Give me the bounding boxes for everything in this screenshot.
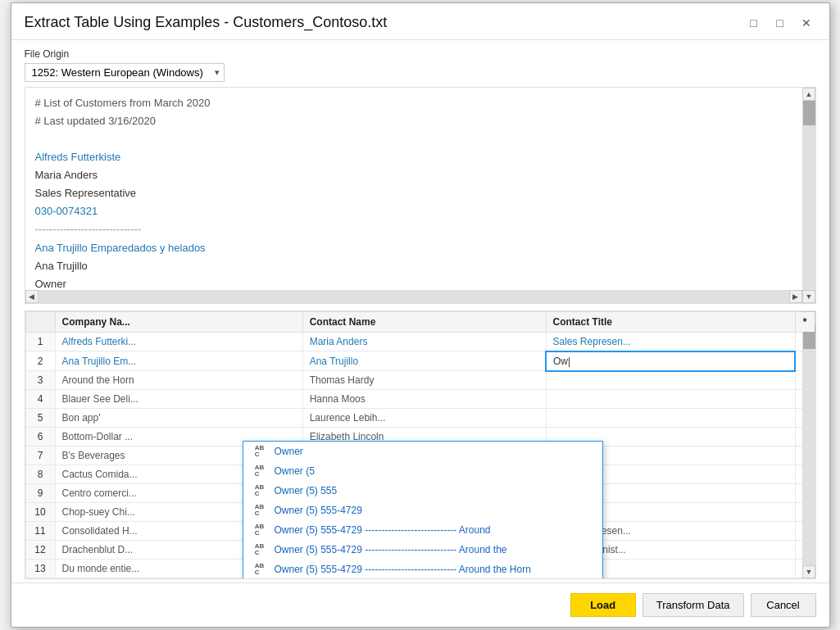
abc-icon: AB C xyxy=(250,543,270,556)
company-cell[interactable]: Bon app' xyxy=(55,409,302,428)
row-number: 9 xyxy=(25,484,55,503)
row-number: 5 xyxy=(25,409,55,428)
company-cell[interactable]: Blauer See Deli... xyxy=(55,390,302,409)
contact-cell[interactable]: Ana Trujillo xyxy=(302,351,546,371)
col-header-contact[interactable]: Contact Name xyxy=(302,311,546,332)
contact-cell[interactable]: Laurence Lebih... xyxy=(302,409,546,428)
contact-cell[interactable]: Maria Anders xyxy=(302,332,546,351)
row-number: 2 xyxy=(25,351,55,371)
table-row: 4Blauer See Deli...Hanna Moos xyxy=(25,390,815,409)
preview-scrollbar-vertical[interactable]: ▲ ▼ xyxy=(802,88,815,303)
col-header-star: * xyxy=(795,311,815,332)
row-number: 13 xyxy=(25,560,55,578)
table-scroll-track-v[interactable] xyxy=(803,324,815,566)
dropdown-item[interactable]: AB COwner (5) 555-4729 -----------------… xyxy=(243,560,602,579)
preview-company-1: Alfreds Futterkiste xyxy=(35,148,792,166)
dropdown-item[interactable]: AB COwner xyxy=(243,442,602,461)
row-number: 10 xyxy=(25,503,55,522)
preview-content[interactable]: # List of Customers from March 2020 # La… xyxy=(25,88,802,303)
scroll-right-arrow[interactable]: ▶ xyxy=(789,290,802,303)
contact-cell[interactable]: Thomas Hardy xyxy=(302,371,546,390)
row-number: 12 xyxy=(25,541,55,560)
row-number: 1 xyxy=(25,332,55,351)
scroll-left-arrow[interactable]: ◀ xyxy=(25,290,39,303)
table-scroll-down[interactable]: ▼ xyxy=(802,565,815,578)
scroll-track-h[interactable] xyxy=(39,291,789,303)
table-row: 5Bon app'Laurence Lebih... xyxy=(25,409,815,428)
dropdown-item-label: Owner (5) 555-4729 xyxy=(275,505,362,516)
transform-data-button[interactable]: Transform Data xyxy=(642,593,744,617)
content-area: File Origin 1252: Western European (Wind… xyxy=(11,40,829,628)
title-cell[interactable]: Ow| xyxy=(546,351,795,371)
preview-section: # List of Customers from March 2020 # La… xyxy=(25,87,816,304)
footer-section: Load Transform Data Cancel xyxy=(11,582,829,627)
preview-blank-1 xyxy=(35,130,792,148)
row-number: 7 xyxy=(25,446,55,465)
abc-icon: AB C xyxy=(250,504,270,517)
dropdown-item[interactable]: AB COwner (5) 555-4729 -----------------… xyxy=(243,520,602,540)
dropdown-item-label: Owner (5) 555 xyxy=(275,485,338,496)
col-header-title[interactable]: Contact Title xyxy=(546,311,795,332)
dialog-title: Extract Table Using Examples - Customers… xyxy=(25,14,388,31)
preview-name-2: Ana Trujillo xyxy=(35,257,792,275)
origin-dropdown-wrap[interactable]: 1252: Western European (Windows) xyxy=(25,63,225,82)
abc-icon: AB C xyxy=(250,563,270,576)
row-number: 8 xyxy=(25,465,55,484)
title-cell[interactable]: Sales Represen... xyxy=(546,332,795,351)
dropdown-item[interactable]: AB COwner (5) 555-4729 -----------------… xyxy=(243,540,602,560)
scroll-up-arrow[interactable]: ▲ xyxy=(802,88,815,101)
scroll-track-v[interactable] xyxy=(803,101,815,290)
company-cell[interactable]: Ana Trujillo Em... xyxy=(55,351,302,371)
abc-icon: AB C xyxy=(250,484,270,497)
col-header-rownum xyxy=(25,311,55,332)
preview-title-1: Sales Representative xyxy=(35,184,792,202)
title-bar: Extract Table Using Examples - Customers… xyxy=(11,3,829,40)
dropdown-item[interactable]: AB COwner (5 xyxy=(243,461,602,481)
title-cell[interactable] xyxy=(546,371,795,390)
table-row: 1Alfreds Futterki...Maria AndersSales Re… xyxy=(25,332,815,351)
close-button[interactable]: ✕ xyxy=(797,13,816,33)
cancel-button[interactable]: Cancel xyxy=(751,593,816,617)
dropdown-item[interactable]: AB COwner (5) 555 xyxy=(243,481,602,501)
row-number: 6 xyxy=(25,428,55,446)
table-section: Company Na... Contact Name Contact Title… xyxy=(25,310,816,580)
file-origin-section: File Origin 1252: Western European (Wind… xyxy=(11,40,829,87)
preview-text: # List of Customers from March 2020 # La… xyxy=(35,94,792,303)
preview-line-1: # List of Customers from March 2020 xyxy=(35,94,792,112)
dropdown-item-label: Owner (5) 555-4729 ---------------------… xyxy=(275,544,507,555)
dropdown-item[interactable]: AB COwner (5) 555-4729 xyxy=(243,501,602,520)
autocomplete-dropdown[interactable]: AB COwnerAB COwner (5AB COwner (5) 555AB… xyxy=(243,441,603,580)
title-cell[interactable] xyxy=(546,390,795,409)
scroll-thumb-v[interactable] xyxy=(803,101,815,125)
preview-name-1: Maria Anders xyxy=(35,166,792,184)
preview-scrollbar-horizontal[interactable]: ◀ ▶ xyxy=(25,290,802,303)
maximize-button[interactable]: □ xyxy=(770,13,790,33)
file-origin-label: File Origin xyxy=(25,48,816,60)
abc-icon: AB C xyxy=(250,465,270,478)
scroll-down-arrow[interactable]: ▼ xyxy=(802,290,815,303)
dialog: Extract Table Using Examples - Customers… xyxy=(11,2,830,628)
company-cell[interactable]: Alfreds Futterki... xyxy=(55,332,302,351)
load-button[interactable]: Load xyxy=(570,593,636,617)
dropdown-item[interactable]: AB COwner (5) 555-4729 -----------------… xyxy=(243,579,602,580)
dropdown-item-label: Owner xyxy=(275,446,303,457)
origin-dropdown[interactable]: 1252: Western European (Windows) xyxy=(25,63,225,82)
dropdown-item-label: Owner (5) 555-4729 ---------------------… xyxy=(275,524,491,536)
table-row: 2Ana Trujillo Em...Ana TrujilloOw| xyxy=(25,351,815,371)
contact-cell[interactable]: Hanna Moos xyxy=(302,390,546,409)
title-cell[interactable] xyxy=(546,409,795,428)
row-number: 11 xyxy=(25,522,55,541)
minimize-button[interactable]: □ xyxy=(744,13,764,33)
row-number: 4 xyxy=(25,390,55,409)
row-number: 3 xyxy=(25,371,55,390)
dropdown-item-label: Owner (5) 555-4729 ---------------------… xyxy=(275,564,531,575)
dropdown-item-label: Owner (5 xyxy=(275,465,315,477)
abc-icon: AB C xyxy=(250,445,270,458)
company-cell[interactable]: Around the Horn xyxy=(55,371,302,390)
col-header-company[interactable]: Company Na... xyxy=(55,311,302,332)
table-row: 3Around the HornThomas Hardy xyxy=(25,371,815,390)
preview-line-2: # Last updated 3/16/2020 xyxy=(35,112,792,130)
table-scrollbar-vertical[interactable]: ▲ ▼ xyxy=(802,311,815,579)
table-header-row: Company Na... Contact Name Contact Title… xyxy=(25,311,815,332)
window-controls: □ □ ✕ xyxy=(744,13,816,33)
